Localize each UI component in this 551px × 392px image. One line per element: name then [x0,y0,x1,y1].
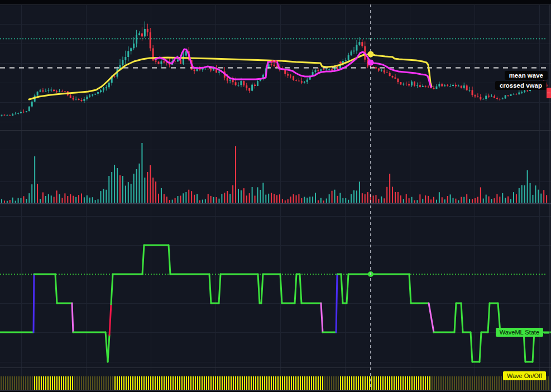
indicator-label-wave-onoff[interactable]: Wave On/Off [503,371,546,380]
trading-chart-window: mean wave crossed vwap WaveML State Wave… [0,0,551,392]
chart-canvas[interactable] [0,0,551,392]
tooltip-mean-wave: mean wave [505,71,548,80]
indicator-label-waveml-state[interactable]: WaveML State [496,328,543,337]
tooltip-crossed-vwap: crossed vwap [495,81,547,90]
